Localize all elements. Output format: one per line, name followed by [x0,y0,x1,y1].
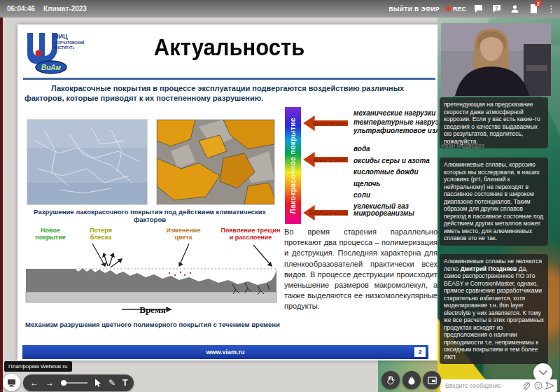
time-axis-label: Время [126,304,179,316]
materials-icon[interactable]: 2 [527,3,539,15]
svg-text:?: ? [495,6,498,10]
chat-input-bar [440,379,557,392]
coating-gradient-bar: Лакокрасочное покрытие [285,107,301,224]
footer-url: www.viam.ru [206,349,244,356]
diagram-caption: Механизм разрушения цветного полимерного… [20,321,285,328]
slide-footer-bar: www.viam.ru 2 [22,345,428,359]
attach-file-icon[interactable] [522,382,531,391]
participants-icon[interactable] [509,3,521,15]
message-input[interactable] [445,382,519,389]
chemical-factor-arrow: химические [303,152,348,167]
page-number: 2 [414,347,426,357]
color-change-label: Изменение цвета [160,227,207,241]
cracked-coating-photo [27,119,148,205]
new-coating-label: Новое покрытие [31,227,70,241]
raise-hand-button[interactable] [382,371,400,389]
draw-tool-button[interactable]: ✎ [108,379,115,387]
presentation-toolbar: ← → ✎ T [23,374,134,391]
slide-intro-text: Лакокрасочные покрытия в процессе эксплу… [24,83,435,104]
picture-in-picture-button[interactable] [423,371,441,389]
slide-progress-slider[interactable] [61,380,88,386]
slider-knob[interactable] [61,380,66,386]
reactions-flame-button[interactable] [402,371,421,389]
recording-indicator: REC [446,6,466,13]
biological-factor-list: микроорганизмы [354,209,439,218]
webinar-title: Климат-2023 [43,5,87,13]
menu-kebab-icon[interactable]: ⋮ [545,3,557,15]
materials-badge: 2 [535,0,542,7]
text-tool-button[interactable]: T [122,379,127,387]
cracking-label: Появление трещин и расслоение [220,227,281,241]
chemical-factor-list: вода оксиды серы и азота кислотные дожди… [354,144,439,202]
next-slide-button[interactable]: → [46,379,54,387]
emoji-icon[interactable] [533,382,542,391]
chat-author: Иван Медведев [441,142,484,149]
rec-dot-icon [446,6,451,11]
aging-mechanism-diagram: Новое покрытие Потеря блеска Изменение ц… [22,225,283,320]
chat-message: претендующая на предсказание скорости да… [440,97,548,148]
exit-broadcast-button[interactable]: ВЫЙТИ В ЭФИР [388,6,440,13]
questions-icon[interactable]: ? [491,3,503,15]
slide-title: Актуальность [18,35,441,62]
platform-tooltip: Платформа Webinar.ru [4,361,72,372]
background-strip [0,18,3,392]
webinar-app: 06:04:46 Климат-2023 ВЫЙТИ В ЭФИР REC ? … [0,0,560,392]
slide-body-text: Во время старения параллельно протекают … [284,227,438,312]
svg-text:ВиАм: ВиАм [41,64,62,71]
speaker-video-tile[interactable] [441,23,551,96]
chat-author-inline: Дмитрий Поздняев [461,265,517,272]
photo-caption: Разрушение лакокрасочного покрытия под д… [23,208,276,223]
top-bar: 06:04:46 Климат-2023 ВЫЙТИ В ЭФИР REC ? … [0,0,560,18]
send-icon[interactable] [545,382,554,391]
session-timer: 06:04:46 [7,5,35,13]
biological-factor-arrow: биологические [303,205,348,220]
physical-factor-arrow: физические [303,115,348,131]
prev-slide-button[interactable]: ← [30,379,38,387]
gloss-loss-label: Потеря блеска [83,227,119,241]
presentation-slide: НИЦ «КУРЧАТОВСКИЙ ИНСТИТУТ» ВиАм Актуаль… [18,24,441,360]
chat-icon[interactable] [472,3,484,15]
header-divider [23,78,435,80]
chat-message: Алюминиевые сплавы не являются легко Дми… [440,254,548,364]
slider-track [66,382,88,384]
right-panel: претендующая на предсказание скорости да… [438,18,560,392]
chat-message: Алюминиевые сплавы, коррозию которых мы … [440,158,548,246]
pointer-tool-button[interactable] [94,379,102,387]
physical-factor-list: механические нагрузки температурные нагр… [354,109,439,136]
screen-share-button[interactable] [3,374,20,391]
peeling-paint-photo [156,119,275,205]
